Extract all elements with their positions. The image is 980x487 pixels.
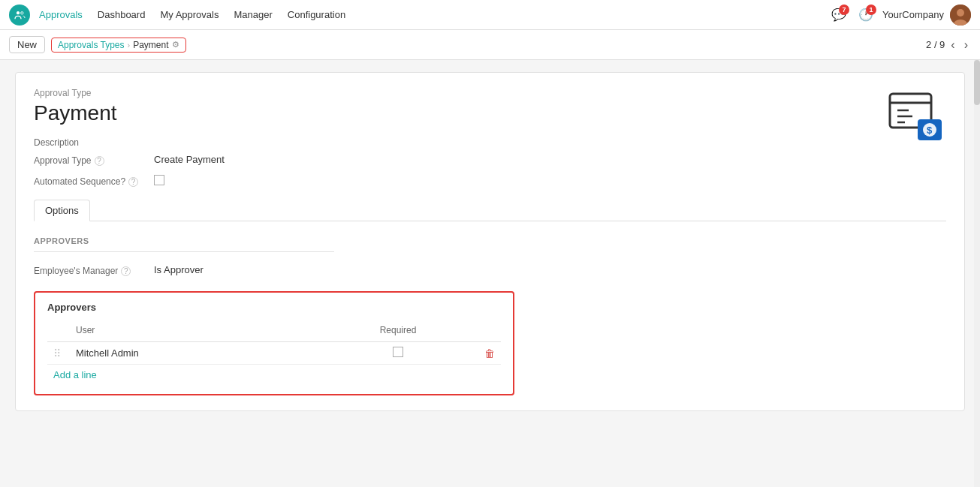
drag-handle-cell[interactable]: ⠿ xyxy=(47,342,70,365)
breadcrumb-separator: › xyxy=(128,41,131,50)
approval-type-field-label: Approval Type ? xyxy=(34,154,154,166)
approval-type-label: Approval Type xyxy=(34,88,946,98)
approvers-table-header: Approvers xyxy=(47,302,501,313)
delete-row-icon[interactable]: 🗑 xyxy=(484,347,495,359)
app-icon xyxy=(9,5,30,26)
table-row: ⠿ Mitchell Admin 🗑 xyxy=(47,342,501,365)
approval-type-field: Approval Type ? Create Payment xyxy=(34,154,946,166)
nav-dashboard[interactable]: Dashboard xyxy=(92,6,152,23)
approvers-table-container: Approvers User Required ⠿ xyxy=(34,291,514,395)
svg-point-4 xyxy=(957,9,964,17)
payment-icon: $ xyxy=(886,88,946,148)
employees-manager-field: Employee's Manager ? Is Approver xyxy=(34,264,946,276)
scrollbar-thumb[interactable] xyxy=(974,60,980,105)
breadcrumb-path: Approvals Types › Payment ⚙ xyxy=(51,38,186,53)
tab-options[interactable]: Options xyxy=(34,200,90,221)
company-name[interactable]: YourCompany xyxy=(882,9,944,20)
table-header-row: User Required xyxy=(47,322,501,342)
svg-point-1 xyxy=(17,11,20,14)
user-cell[interactable]: Mitchell Admin xyxy=(70,342,318,365)
gear-icon[interactable]: ⚙ xyxy=(172,40,179,50)
chat-badge: 7 xyxy=(839,5,849,15)
breadcrumb-left: New Approvals Types › Payment ⚙ xyxy=(9,36,186,53)
approval-type-field-value: Create Payment xyxy=(154,154,225,165)
nav-configuration[interactable]: Configuration xyxy=(282,6,351,23)
navbar-right: 💬 7 🕐 1 YourCompany xyxy=(828,5,971,26)
approvers-section-title: APPROVERS xyxy=(34,236,946,245)
table-col-drag xyxy=(47,322,70,342)
chat-notification-icon[interactable]: 💬 7 xyxy=(828,5,849,26)
required-checkbox[interactable] xyxy=(393,347,403,357)
form-card: $ Approval Type Payment Description Appr… xyxy=(15,72,965,411)
employees-manager-value: Is Approver xyxy=(154,264,204,275)
tab-content: APPROVERS Employee's Manager ? Is Approv… xyxy=(34,221,946,395)
employees-manager-help-icon[interactable]: ? xyxy=(121,266,131,276)
pager-next-button[interactable]: › xyxy=(961,37,971,53)
breadcrumb-current: Payment ⚙ xyxy=(133,40,179,50)
automated-sequence-label: Automated Sequence? ? xyxy=(34,175,154,187)
form-title: Payment xyxy=(34,101,946,125)
automated-sequence-checkbox[interactable] xyxy=(154,175,164,188)
activity-notification-icon[interactable]: 🕐 1 xyxy=(855,5,876,26)
nav-manager[interactable]: Manager xyxy=(228,6,278,23)
breadcrumb-current-text: Payment xyxy=(133,40,168,50)
description-label: Description xyxy=(34,137,946,148)
drag-handle-icon[interactable]: ⠿ xyxy=(53,347,61,359)
delete-cell[interactable]: 🗑 xyxy=(478,342,501,365)
table-col-required: Required xyxy=(318,322,478,342)
add-line-link[interactable]: Add a line xyxy=(47,365,103,385)
breadcrumb-bar: New Approvals Types › Payment ⚙ 2 / 9 ‹ … xyxy=(0,30,980,60)
new-button[interactable]: New xyxy=(9,36,45,53)
approvers-table: User Required ⠿ Mitchell Admin xyxy=(47,322,501,365)
pager-text: 2 / 9 xyxy=(926,39,945,50)
user-name: Mitchell Admin xyxy=(76,347,139,359)
svg-point-2 xyxy=(21,11,23,14)
section-divider xyxy=(34,251,334,252)
automated-sequence-checkbox-box[interactable] xyxy=(154,175,164,185)
main-content: $ Approval Type Payment Description Appr… xyxy=(0,60,980,487)
scrollbar-track[interactable] xyxy=(974,60,980,487)
activity-badge: 1 xyxy=(866,5,876,15)
nav-approvals[interactable]: Approvals xyxy=(33,6,89,23)
navbar-left: Approvals Dashboard My Approvals Manager… xyxy=(9,5,825,26)
breadcrumb-link[interactable]: Approvals Types xyxy=(58,40,125,50)
employees-manager-label: Employee's Manager ? xyxy=(34,264,154,276)
table-col-actions xyxy=(478,322,501,342)
tabs-bar: Options xyxy=(34,200,946,221)
automated-sequence-help-icon[interactable]: ? xyxy=(128,177,138,187)
breadcrumb-right: 2 / 9 ‹ › xyxy=(926,37,971,53)
top-navbar: Approvals Dashboard My Approvals Manager… xyxy=(0,0,980,30)
table-col-user: User xyxy=(70,322,318,342)
required-cell[interactable] xyxy=(318,342,478,365)
nav-my-approvals[interactable]: My Approvals xyxy=(154,6,225,23)
pager-prev-button[interactable]: ‹ xyxy=(948,37,957,53)
approval-type-help-icon[interactable]: ? xyxy=(95,156,104,166)
automated-sequence-field: Automated Sequence? ? xyxy=(34,175,946,188)
svg-text:$: $ xyxy=(927,125,933,136)
user-avatar[interactable] xyxy=(950,5,971,26)
